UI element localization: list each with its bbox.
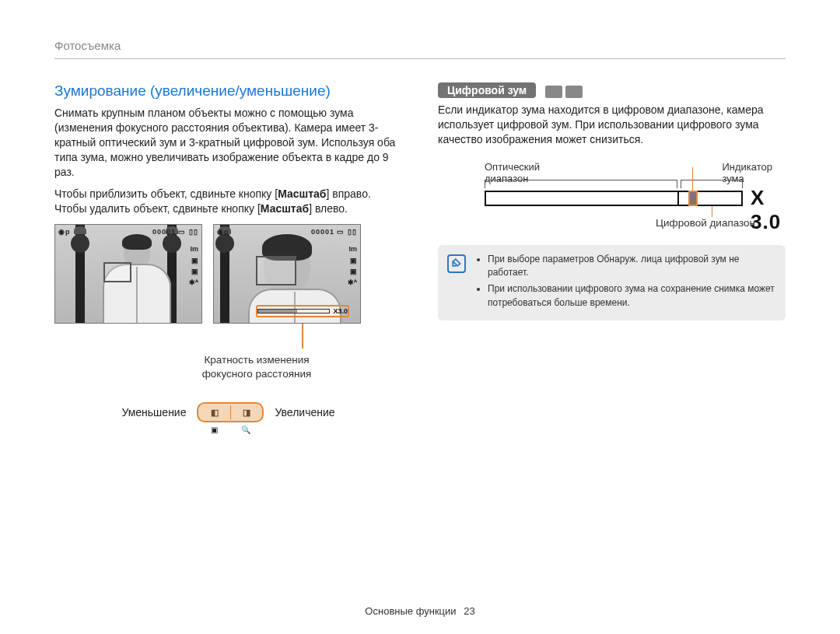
text: Чтобы приблизить объект, сдвиньте кнопку… — [54, 187, 278, 200]
mode-icon: ◉p — [58, 228, 71, 236]
note-box: При выборе параметров Обнаруж. лица цифр… — [438, 245, 786, 321]
magnifier-icon: 🔍 — [241, 426, 250, 434]
battery-icon: 00001 ▭ ▯▯ — [152, 228, 198, 236]
caption-zoom-factor: Кратность изменения фокусного расстояния — [171, 353, 342, 380]
zoom-symbols: ▣ 🔍 — [198, 426, 262, 434]
zoom-thumb — [688, 191, 698, 206]
zoom-multiplier: X 3.0 — [751, 186, 786, 234]
mode-icon — [545, 86, 562, 98]
bold-scale-1: Масштаб — [278, 187, 326, 200]
mode-icon — [565, 86, 583, 98]
note-info-icon — [447, 254, 466, 273]
zoom-out-half[interactable]: ◧ — [198, 404, 230, 421]
note-item: При использовании цифрового зума на сохр… — [488, 282, 775, 310]
side-icons: Im▣▣✱ᴬ — [183, 243, 198, 289]
mode-icons — [545, 86, 583, 98]
digital-zone — [677, 192, 741, 205]
intro-paragraph: Снимать крупным планом объекты можно с п… — [54, 106, 402, 179]
callout-highlight — [256, 305, 349, 317]
page-number: 23 — [464, 605, 474, 617]
focus-frame — [103, 262, 131, 282]
status-bar: ◉p 00001 ▭ ▯▯ — [58, 228, 198, 236]
zoom-rocker-button[interactable]: ◧ ◨ ▣ 🔍 — [197, 402, 264, 422]
section-title: Зумирование (увеличение/уменьшение) — [54, 82, 402, 100]
label-digital-range: Цифровой диапазон — [656, 217, 755, 229]
zoom-control-row: Уменьшение ◧ ◨ ▣ 🔍 Увеличение — [54, 402, 402, 422]
page-footer: Основные функции 23 — [0, 605, 840, 617]
lamp-illustration — [220, 225, 229, 323]
callout-line — [302, 324, 303, 349]
lamp-illustration — [75, 225, 85, 323]
camera-screenshot-wide: ◉p 00001 ▭ ▯▯ Im▣▣✱ᴬ — [54, 224, 202, 324]
breadcrumb: Фотосъемка — [54, 39, 786, 59]
right-column: Цифровой зум Если индикатор зума находит… — [438, 82, 786, 422]
zoom-track — [485, 191, 743, 206]
footer-section: Основные функции — [365, 605, 456, 617]
digital-zoom-paragraph: Если индикатор зума находится в цифровом… — [438, 103, 786, 147]
lcd-zoom: ◉p 00001 ▭ ▯▯ Im▣▣✱ᴬ X3.0 — [213, 224, 361, 324]
page: Фотосъемка Зумирование (увеличение/умень… — [0, 0, 840, 634]
mode-icon: ◉p — [217, 228, 229, 236]
digital-zoom-pill: Цифровой зум — [438, 82, 536, 98]
content-columns: Зумирование (увеличение/уменьшение) Сним… — [54, 82, 786, 422]
screenshot-row: ◉p 00001 ▭ ▯▯ Im▣▣✱ᴬ — [54, 224, 402, 324]
heading-row: Цифровой зум — [438, 82, 786, 103]
label-decrease: Уменьшение — [121, 406, 186, 419]
zoom-in-half[interactable]: ◨ — [230, 404, 262, 421]
instruction-paragraph: Чтобы приблизить объект, сдвиньте кнопку… — [54, 187, 402, 216]
side-icons: Im▣▣✱ᴬ — [341, 243, 357, 289]
battery-icon: 00001 ▭ ▯▯ — [311, 228, 357, 236]
label-increase: Увеличение — [275, 406, 334, 419]
camera-screenshot-zoom: ◉p 00001 ▭ ▯▯ Im▣▣✱ᴬ X3.0 — [213, 224, 361, 324]
indicator-line — [692, 167, 693, 191]
square-icon: ▣ — [211, 426, 218, 434]
zoom-bar-illustration: Оптический диапазон Индикатор зума X 3.0… — [438, 161, 786, 231]
range-brackets — [485, 180, 743, 187]
left-column: Зумирование (увеличение/уменьшение) Сним… — [54, 82, 402, 422]
lcd-wide: ◉p 00001 ▭ ▯▯ Im▣▣✱ᴬ — [54, 224, 202, 324]
status-bar: ◉p 00001 ▭ ▯▯ — [217, 228, 357, 236]
bold-scale-2: Масштаб — [261, 202, 309, 215]
digital-line — [712, 206, 712, 217]
note-item: При выборе параметров Обнаруж. лица цифр… — [488, 253, 775, 280]
text: ] влево. — [309, 202, 348, 215]
focus-frame — [256, 256, 296, 285]
